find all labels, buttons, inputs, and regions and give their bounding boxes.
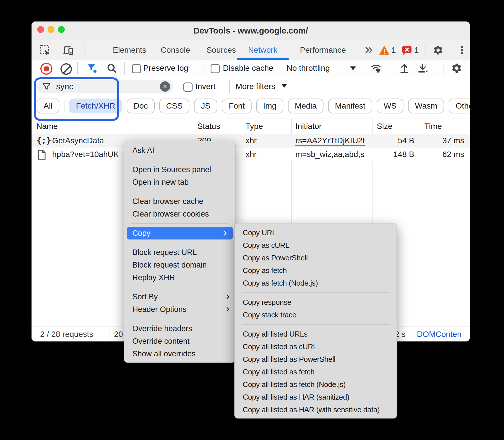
devtools-tab-bar: Elements Console Sources Network Perform… (32, 40, 470, 60)
more-filters-button[interactable]: More filters (236, 80, 275, 93)
requests-count: 2 / 28 requests (40, 327, 93, 341)
column-header-size[interactable]: Size (377, 119, 392, 134)
chip-doc[interactable]: Doc (127, 99, 155, 113)
network-conditions-icon[interactable] (370, 62, 382, 74)
tab-elements[interactable]: Elements (113, 40, 146, 60)
menu-item-copy-all-listed-as-curl[interactable]: Copy all listed as cURL (235, 340, 397, 353)
menu-item-replay-xhr[interactable]: Replay XHR (124, 271, 235, 284)
request-name[interactable]: GetAsyncData (52, 134, 104, 148)
tab-performance[interactable]: Performance (300, 40, 346, 60)
menu-item-copy-url[interactable]: Copy URL (235, 226, 397, 239)
menu-separator (124, 239, 235, 246)
menu-item-copy-as-fetch-nodejs[interactable]: Copy as fetch (Node.js) (235, 277, 397, 289)
inspect-element-icon[interactable] (39, 44, 51, 56)
menu-item-clear-browser-cache[interactable]: Clear browser cache (124, 195, 235, 208)
menu-item-copy-all-listed-as-fetch[interactable]: Copy all listed as fetch (235, 366, 397, 378)
title-bar: DevTools - www.google.com/ (32, 21, 470, 40)
record-network-log-button[interactable] (40, 63, 52, 75)
menu-separator (124, 157, 235, 163)
error-icon[interactable] (402, 46, 412, 55)
more-options-icon[interactable] (457, 45, 467, 56)
device-toolbar-icon[interactable] (62, 45, 74, 56)
divider (444, 62, 444, 74)
menu-item-block-request-domain[interactable]: Block request domain (124, 259, 235, 271)
clear-network-log-icon[interactable] (60, 63, 72, 75)
menu-item-copy-all-listed-as-har-sensitive[interactable]: Copy all listed as HAR (with sensitive d… (235, 403, 397, 416)
column-header-time[interactable]: Time (424, 119, 442, 134)
table-row[interactable]: hpba?vet=10ahUK xhr m=sb_wiz,aa,abd,s 14… (32, 148, 470, 161)
chip-img[interactable]: Img (256, 99, 283, 113)
menu-item-copy-response[interactable]: Copy response (235, 296, 397, 309)
menu-item-copy-all-listed-as-fetch-nodejs[interactable]: Copy all listed as fetch (Node.js) (235, 378, 397, 391)
request-initiator-link[interactable]: m=sb_wiz,aa,abd,s (295, 148, 364, 161)
throttling-caret-icon (350, 66, 356, 70)
chip-ws[interactable]: WS (377, 99, 403, 113)
dom-content-loaded-link[interactable]: DOMConten (417, 327, 462, 341)
menu-item-clear-browser-cookies[interactable]: Clear browser cookies (124, 208, 235, 220)
menu-item-override-content[interactable]: Override content (124, 335, 235, 347)
filter-funnel-icon[interactable] (87, 63, 97, 74)
chip-css[interactable]: CSS (159, 99, 190, 113)
column-header-type[interactable]: Type (246, 119, 263, 134)
invert-checkbox[interactable] (183, 82, 193, 92)
request-name[interactable]: hpba?vet=10ahUK (52, 148, 119, 161)
column-header-initiator[interactable]: Initiator (295, 119, 322, 134)
request-type: xhr (246, 148, 257, 161)
request-type: xhr (246, 134, 257, 148)
network-settings-gear-icon[interactable] (451, 62, 462, 74)
chip-manifest[interactable]: Manifest (328, 99, 372, 113)
clear-filter-icon[interactable]: ✕ (160, 81, 170, 92)
menu-item-open-in-sources-panel[interactable]: Open in Sources panel (124, 163, 235, 176)
import-har-icon[interactable] (398, 62, 410, 74)
menu-item-copy-as-curl[interactable]: Copy as cURL (235, 239, 397, 252)
menu-separator (235, 289, 397, 296)
chip-js[interactable]: JS (194, 99, 217, 113)
warning-count: 1 (391, 40, 396, 60)
menu-item-show-all-overrides[interactable]: Show all overrides (124, 347, 235, 360)
menu-item-copy-stack-trace[interactable]: Copy stack trace (235, 309, 397, 321)
chip-font[interactable]: Font (222, 99, 252, 113)
more-filters-caret-icon (281, 84, 287, 88)
tab-console[interactable]: Console (161, 40, 190, 60)
column-header-status[interactable]: Status (197, 119, 220, 134)
menu-item-copy-as-powershell[interactable]: Copy as PowerShell (235, 252, 397, 264)
request-size: 54 B (398, 134, 414, 148)
error-count: 1 (414, 40, 419, 60)
export-har-icon[interactable] (417, 62, 429, 74)
menu-item-block-request-url[interactable]: Block request URL (124, 246, 235, 259)
more-tabs-icon[interactable] (364, 45, 374, 55)
request-time: 62 ms (442, 148, 464, 161)
chip-other[interactable]: Other (449, 99, 470, 113)
throttling-select[interactable]: No throttling (287, 60, 330, 76)
menu-item-override-headers[interactable]: Override headers (124, 322, 235, 335)
preserve-log-checkbox[interactable] (132, 64, 141, 73)
menu-item-sort-by[interactable]: Sort By (124, 290, 235, 303)
search-icon[interactable] (106, 63, 117, 74)
menu-item-copy-all-listed-urls[interactable]: Copy all listed URLs (235, 328, 397, 340)
divider (109, 329, 109, 339)
menu-item-header-options[interactable]: Header Options (124, 303, 235, 316)
menu-separator (235, 321, 397, 328)
submenu-chevron-icon (224, 306, 231, 313)
submenu-chevron-icon (222, 230, 229, 237)
menu-item-ask-ai[interactable]: Ask AI (124, 144, 235, 157)
table-row[interactable]: {;} GetAsyncData 200 xhr rs=AA2YrTtDjKIU… (32, 134, 470, 148)
disable-cache-checkbox[interactable] (211, 64, 220, 73)
tab-sources[interactable]: Sources (207, 40, 236, 60)
tab-network[interactable]: Network (248, 40, 278, 60)
divider (390, 62, 390, 74)
warning-icon[interactable] (379, 45, 390, 55)
menu-item-copy-all-listed-as-powershell[interactable]: Copy all listed as PowerShell (235, 353, 397, 366)
xhr-script-icon: {;} (37, 134, 51, 148)
menu-item-copy-all-listed-as-har-sanitized[interactable]: Copy all listed as HAR (sanitized) (235, 391, 397, 403)
settings-gear-icon[interactable] (433, 45, 444, 56)
divider (412, 329, 412, 339)
chip-media[interactable]: Media (288, 99, 323, 113)
divider (124, 62, 125, 74)
divider (203, 62, 203, 74)
menu-item-copy[interactable]: Copy (127, 227, 233, 239)
request-initiator-link[interactable]: rs=AA2YrTtDjKIU2t (295, 134, 365, 148)
menu-item-copy-as-fetch[interactable]: Copy as fetch (235, 264, 397, 277)
chip-wasm[interactable]: Wasm (408, 99, 444, 113)
menu-item-open-in-new-tab[interactable]: Open in new tab (124, 176, 235, 188)
